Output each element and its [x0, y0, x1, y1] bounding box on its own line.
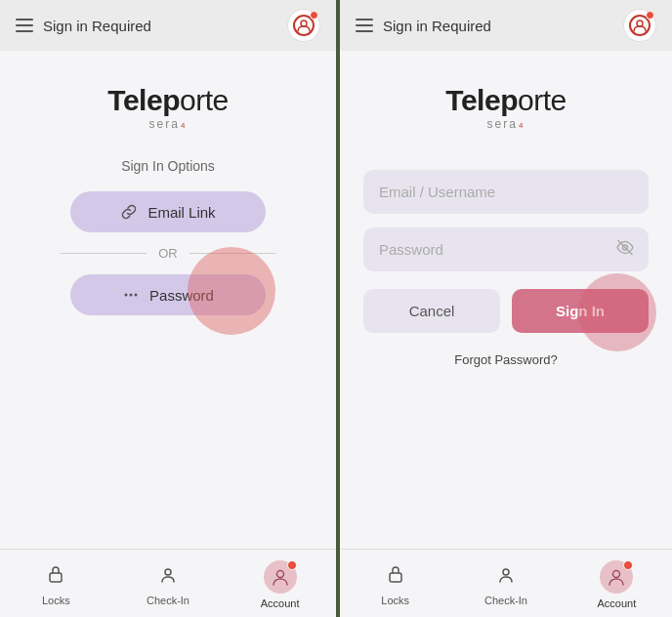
login-form: Cancel Sign In Forgot Password? — [363, 170, 649, 367]
svg-rect-4 — [50, 573, 62, 582]
logo-sub-right: sera4 — [487, 117, 525, 131]
nav-checkin-left[interactable]: Check-In — [139, 563, 197, 606]
account-circle-left — [264, 560, 297, 594]
nav-locks-label-right: Locks — [381, 595, 409, 606]
lock-icon-right — [385, 563, 406, 591]
eye-icon[interactable] — [615, 237, 635, 262]
checkin-icon — [157, 563, 179, 591]
nav-checkin-right[interactable]: Check-In — [477, 563, 535, 606]
account-badge-right — [623, 560, 633, 570]
checkin-icon-right — [495, 563, 517, 591]
svg-rect-10 — [390, 573, 401, 582]
svg-point-5 — [165, 569, 171, 575]
divider-line-right — [189, 253, 275, 254]
email-link-button[interactable]: Email Link — [70, 191, 266, 232]
account-badge-left — [287, 560, 297, 570]
nav-account-label-left: Account — [261, 597, 300, 609]
bottom-nav-left: Locks Check-In Account — [0, 549, 336, 617]
signin-button[interactable]: Sign In — [512, 289, 649, 333]
header-left: Sign in Required — [0, 0, 336, 51]
notification-badge-right — [646, 11, 654, 20]
svg-point-0 — [301, 21, 307, 26]
left-panel-content: Teleporte sera4 Sign In Options Email Li… — [0, 51, 336, 549]
right-panel-content: Teleporte sera4 Cancel — [340, 51, 672, 549]
sign-in-options-label: Sign In Options — [121, 158, 215, 174]
avatar-button[interactable] — [287, 9, 320, 42]
header-right-group: Sign in Required — [356, 18, 491, 34]
logo-sub: sera4 — [149, 117, 188, 131]
svg-point-11 — [503, 569, 509, 575]
notification-badge — [310, 11, 318, 20]
header-title-right: Sign in Required — [383, 18, 491, 34]
forgot-password-link[interactable]: Forgot Password? — [363, 352, 649, 367]
lock-icon — [45, 563, 66, 591]
header-left-group: Sign in Required — [16, 18, 151, 34]
nav-account-right[interactable]: Account — [587, 560, 646, 609]
logo-text-right: Teleporte — [445, 86, 566, 115]
logo-text: Teleporte — [107, 86, 228, 115]
svg-point-1 — [125, 294, 128, 297]
nav-account-label-right: Account — [597, 597, 636, 609]
svg-point-7 — [637, 21, 643, 26]
link-icon — [120, 203, 138, 221]
password-input[interactable] — [363, 227, 649, 271]
form-actions: Cancel Sign In — [363, 289, 649, 333]
nav-locks-right[interactable]: Locks — [366, 563, 425, 606]
nav-locks-left[interactable]: Locks — [26, 563, 85, 606]
cancel-button[interactable]: Cancel — [363, 289, 500, 333]
hamburger-icon[interactable] — [16, 19, 33, 32]
password-button[interactable]: Password — [70, 274, 266, 315]
account-circle-right — [600, 560, 633, 594]
header-title: Sign in Required — [43, 18, 151, 34]
or-divider: OR — [61, 246, 275, 261]
avatar-button-right[interactable] — [623, 9, 656, 42]
right-panel: Sign in Required Teleporte sera4 — [336, 0, 672, 617]
password-icon — [122, 286, 140, 304]
hamburger-icon-right[interactable] — [356, 19, 373, 32]
email-input[interactable] — [363, 170, 649, 214]
bottom-nav-right: Locks Check-In Account — [340, 549, 672, 617]
left-panel: Sign in Required Teleporte sera4 Sign In… — [0, 0, 336, 617]
nav-locks-label-left: Locks — [42, 595, 70, 606]
svg-point-12 — [613, 570, 620, 577]
header-right: Sign in Required — [340, 0, 672, 51]
svg-point-3 — [135, 294, 138, 297]
divider-line-left — [61, 253, 147, 254]
svg-point-6 — [276, 570, 283, 577]
nav-account-left[interactable]: Account — [251, 560, 310, 609]
logo-right: Teleporte sera4 — [445, 86, 566, 131]
or-text: OR — [158, 246, 178, 261]
nav-checkin-label-left: Check-In — [147, 595, 189, 606]
nav-checkin-label-right: Check-In — [484, 595, 527, 606]
logo: Teleporte sera4 — [107, 86, 228, 131]
password-field-wrap — [363, 227, 649, 271]
svg-point-2 — [130, 294, 133, 297]
